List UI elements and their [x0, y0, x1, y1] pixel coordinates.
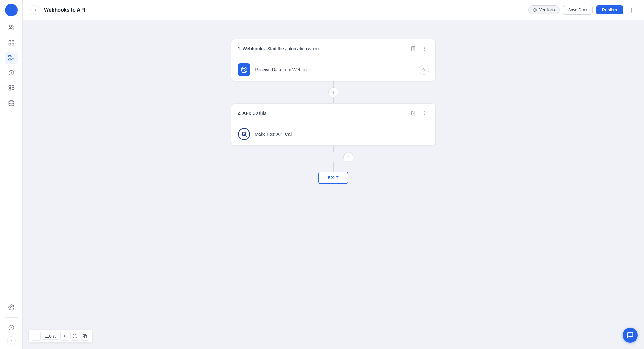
main-area: Webhooks to API Versions Save Draft Publ… — [23, 0, 644, 349]
header: Webhooks to API Versions Save Draft Publ… — [23, 0, 644, 20]
sidebar-item-workflows[interactable] — [5, 52, 18, 64]
svg-point-31 — [424, 112, 425, 112]
sidebar-bottom — [5, 301, 18, 345]
chat-button[interactable] — [623, 328, 638, 343]
header-actions: Versions Save Draft Publish — [528, 5, 636, 15]
add-step-button-1[interactable]: + — [328, 87, 338, 97]
step-1-title: 1. Webhooks: Start the automation when — [238, 46, 319, 51]
sidebar-logo[interactable]: ≡ — [5, 4, 18, 16]
save-draft-button[interactable]: Save Draft — [563, 5, 593, 15]
step-2-desc: : Do this — [250, 111, 266, 116]
svg-point-24 — [424, 47, 425, 47]
svg-point-19 — [631, 10, 632, 10]
svg-rect-1 — [9, 41, 11, 42]
step-2-actions — [409, 109, 429, 117]
flow-container: 1. Webhooks: Start the automation when — [231, 39, 436, 184]
page-title: Webhooks to API — [44, 7, 525, 13]
svg-rect-5 — [8, 56, 11, 57]
svg-rect-7 — [12, 57, 14, 58]
svg-point-32 — [424, 113, 425, 113]
svg-point-26 — [424, 50, 425, 50]
svg-rect-3 — [9, 43, 11, 45]
zoom-level: 110 % — [42, 333, 59, 340]
step-1-body: Receive Data from Webhook — [231, 58, 435, 81]
svg-marker-27 — [422, 68, 426, 72]
step-1-lightning-button[interactable] — [419, 65, 429, 75]
fit-screen-button[interactable] — [70, 332, 79, 341]
versions-button[interactable]: Versions — [528, 5, 560, 14]
connector-1: + — [333, 81, 334, 103]
step-2-more-button[interactable] — [420, 109, 429, 117]
svg-rect-2 — [12, 41, 14, 42]
svg-rect-28 — [412, 111, 414, 112]
step-1-desc: : Start the automation when — [265, 46, 319, 51]
step-1-actions — [409, 44, 429, 53]
step-1-card: 1. Webhooks: Start the automation when — [231, 39, 436, 81]
svg-rect-6 — [8, 59, 11, 60]
svg-rect-21 — [412, 46, 414, 47]
sidebar-expand-button[interactable] — [7, 336, 16, 345]
step-2-edit-button[interactable] — [409, 109, 418, 117]
add-step-button-2[interactable]: + — [343, 152, 353, 162]
versions-icon — [533, 8, 537, 12]
svg-text:API: API — [242, 134, 246, 136]
sidebar-item-check[interactable] — [5, 321, 18, 334]
webhook-icon — [238, 63, 250, 76]
step-1-header: 1. Webhooks: Start the automation when — [231, 39, 435, 58]
flow-canvas: 1. Webhooks: Start the automation when — [23, 20, 644, 349]
svg-point-0 — [9, 25, 12, 28]
step-2-body: API Make Post API Call — [231, 123, 435, 145]
step-2-header: 2. API: Do this — [231, 104, 435, 123]
zoom-out-button[interactable]: − — [32, 332, 41, 341]
sidebar-divider — [5, 113, 18, 113]
step-2-card: 2. API: Do this — [231, 103, 436, 146]
svg-rect-10 — [12, 86, 14, 88]
sidebar-item-settings[interactable] — [5, 301, 18, 314]
api-icon: API — [238, 128, 250, 140]
more-options-button[interactable] — [626, 5, 636, 15]
step-1-action-label: Receive Data from Webhook — [255, 67, 414, 72]
sidebar: ≡ — [0, 0, 23, 349]
publish-button[interactable]: Publish — [596, 5, 623, 14]
step-1-edit-button[interactable] — [409, 44, 418, 53]
svg-rect-11 — [9, 89, 11, 90]
exit-line-bottom — [333, 162, 334, 172]
sidebar-divider-2 — [5, 317, 18, 318]
zoom-toolbar: − 110 % + — [28, 330, 93, 343]
svg-rect-37 — [84, 335, 87, 338]
svg-rect-9 — [9, 86, 11, 88]
exit-box[interactable]: EXIT — [318, 172, 348, 184]
sidebar-item-apps[interactable] — [5, 36, 18, 49]
sidebar-item-users[interactable] — [5, 21, 18, 34]
exit-connector: + EXIT — [318, 146, 348, 184]
svg-point-20 — [631, 12, 632, 12]
sidebar-item-storage[interactable] — [5, 97, 18, 109]
back-button[interactable] — [30, 5, 40, 15]
step-2-title: 2. API: Do this — [238, 111, 266, 116]
svg-point-33 — [424, 114, 425, 115]
svg-point-15 — [10, 307, 12, 308]
exit-line-top — [333, 146, 334, 152]
svg-point-14 — [9, 101, 14, 102]
step-1-more-button[interactable] — [420, 44, 429, 53]
zoom-in-button[interactable]: + — [60, 332, 69, 341]
sidebar-item-history[interactable] — [5, 67, 18, 79]
sidebar-item-integrations[interactable] — [5, 82, 18, 94]
svg-rect-4 — [12, 43, 14, 45]
copy-button[interactable] — [80, 332, 89, 341]
svg-point-25 — [424, 48, 425, 49]
svg-point-18 — [631, 8, 632, 8]
step-2-action-label: Make Post API Call — [255, 132, 429, 137]
